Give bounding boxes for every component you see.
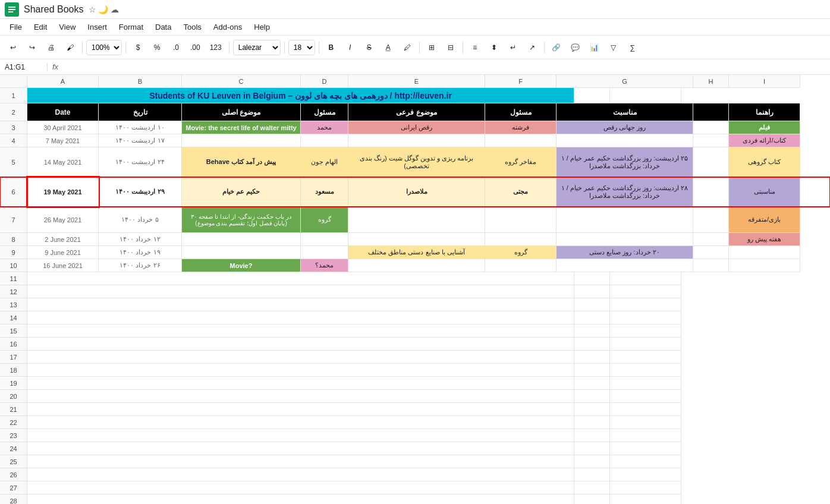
col-header-c[interactable]: C: [182, 75, 301, 88]
cell-7c[interactable]: در باب حکمت زندگی- از ابتدا تا صفحه ۳۰ (…: [182, 207, 301, 233]
cell-8c[interactable]: [182, 233, 301, 246]
cell-7g[interactable]: [557, 207, 693, 233]
rownum-3[interactable]: 3: [0, 121, 27, 134]
link-button[interactable]: 🔗: [548, 39, 565, 56]
rownum-7[interactable]: 7: [0, 207, 27, 233]
rownum-11[interactable]: 11: [0, 272, 27, 285]
cell-5a[interactable]: 14 May 2021: [27, 147, 99, 177]
rownum-25[interactable]: 25: [0, 455, 27, 468]
rownum-26[interactable]: 26: [0, 468, 27, 481]
cell-2b[interactable]: تاریخ: [99, 103, 182, 121]
font-color-button[interactable]: A: [380, 39, 397, 56]
cell-6a[interactable]: 19 May 2021: [27, 177, 99, 207]
cell-8g[interactable]: [557, 233, 693, 246]
menu-file[interactable]: File: [5, 21, 27, 33]
cell-reference[interactable]: A1:G1: [0, 63, 48, 71]
rownum-16[interactable]: 16: [0, 338, 27, 351]
fill-color-button[interactable]: 🖊: [399, 39, 416, 56]
zoom-select[interactable]: 100%: [86, 40, 122, 55]
cell-3c[interactable]: Movie: the secret life of walter mitty: [182, 121, 301, 134]
align-v-button[interactable]: ⬍: [486, 39, 502, 56]
cell-5e[interactable]: برنامه ریزی و تدوین گوگل شیت (رنگ بندی ت…: [348, 147, 485, 177]
cell-7a[interactable]: 26 May 2021: [27, 207, 99, 233]
rownum-24[interactable]: 24: [0, 442, 27, 455]
cell-6d[interactable]: مسعود: [301, 177, 348, 207]
cell-9a[interactable]: 9 June 2021: [27, 246, 99, 259]
rownum-9[interactable]: 9: [0, 246, 27, 259]
decimal-more-button[interactable]: .00: [187, 39, 204, 56]
rownum-15[interactable]: 15: [0, 325, 27, 338]
cell-8d[interactable]: [301, 233, 348, 246]
rownum-28[interactable]: 28: [0, 494, 27, 504]
cell-7f[interactable]: [485, 207, 557, 233]
cell-10f[interactable]: [485, 259, 557, 272]
col-header-b[interactable]: B: [99, 75, 182, 88]
menu-edit[interactable]: Edit: [29, 21, 52, 33]
cell-8f[interactable]: [485, 233, 557, 246]
rownum-10[interactable]: 10: [0, 259, 27, 272]
rownum-27[interactable]: 27: [0, 481, 27, 494]
cell-5d[interactable]: الهام جون: [301, 147, 348, 177]
filter-button[interactable]: ▽: [605, 39, 622, 56]
rownum-14[interactable]: 14: [0, 311, 27, 325]
rownum-23[interactable]: 23: [0, 429, 27, 442]
rownum-19[interactable]: 19: [0, 377, 27, 390]
cell-2a[interactable]: Date: [27, 103, 99, 121]
col-header-e[interactable]: E: [348, 75, 485, 88]
cell-4c[interactable]: [182, 134, 301, 147]
comment-button[interactable]: 💬: [567, 39, 584, 56]
col-header-h[interactable]: H: [693, 75, 729, 88]
borders-button[interactable]: ⊞: [423, 39, 440, 56]
col-header-g[interactable]: G: [557, 75, 693, 88]
cell-3f[interactable]: فرشته: [485, 121, 557, 134]
redo-button[interactable]: ↪: [24, 39, 40, 56]
rownum-13[interactable]: 13: [0, 298, 27, 311]
cell-9d[interactable]: [301, 246, 348, 259]
menu-tools[interactable]: Tools: [178, 21, 206, 33]
rownum-2[interactable]: 2: [0, 103, 27, 121]
cell-6g[interactable]: ۲۸ اردیبشت: روز بزرگداشت حکیم عمر خیام /…: [557, 177, 693, 207]
cell-title[interactable]: Students of KU Leuven in Belgium – دورهم…: [27, 88, 574, 103]
cell-5f[interactable]: مفاخر گروه: [485, 147, 557, 177]
cell-10g[interactable]: [557, 259, 693, 272]
cell-8a[interactable]: 2 June 2021: [27, 233, 99, 246]
menu-help[interactable]: Help: [249, 21, 275, 33]
rownum-5[interactable]: 5: [0, 147, 27, 177]
cell-9g[interactable]: ۲۰ خرداد: روز صنایع دستی: [557, 246, 693, 259]
bold-button[interactable]: B: [323, 39, 339, 56]
currency-button[interactable]: $: [130, 39, 146, 56]
rownum-17[interactable]: 17: [0, 351, 27, 364]
menu-format[interactable]: Format: [114, 21, 148, 33]
cell-12[interactable]: [27, 285, 574, 298]
cell-8b[interactable]: ۱۲ خرداد ۱۴۰۰: [99, 233, 182, 246]
formula-input[interactable]: [63, 63, 830, 71]
cell-2e[interactable]: موضوع فرعی: [348, 103, 485, 121]
cell-10b[interactable]: ۲۶ خرداد ۱۴۰۰: [99, 259, 182, 272]
cell-4a[interactable]: 7 May 2021: [27, 134, 99, 147]
cell-7b[interactable]: ۵ خرداد ۱۴۰۰: [99, 207, 182, 233]
percent-button[interactable]: %: [149, 39, 165, 56]
cell-9c[interactable]: [182, 246, 301, 259]
format-number-button[interactable]: 123: [206, 39, 225, 56]
rownum-8[interactable]: 8: [0, 233, 27, 246]
cell-7e[interactable]: [348, 207, 485, 233]
rotate-button[interactable]: ↗: [524, 39, 540, 56]
print-button[interactable]: 🖨: [43, 39, 59, 56]
rownum-12[interactable]: 12: [0, 285, 27, 298]
rownum-20[interactable]: 20: [0, 390, 27, 403]
rownum-1[interactable]: 1: [0, 88, 27, 103]
cell-13[interactable]: [27, 298, 574, 311]
menu-insert[interactable]: Insert: [83, 21, 112, 33]
paint-format-button[interactable]: 🖌: [62, 39, 78, 56]
rownum-18[interactable]: 18: [0, 364, 27, 377]
rownum-6[interactable]: 6: [0, 177, 27, 207]
menu-addons[interactable]: Add-ons: [209, 21, 247, 33]
cell-8e[interactable]: [348, 233, 485, 246]
cell-9e[interactable]: آشنایی با صنایع دستی مناطق مختلف: [348, 246, 485, 259]
undo-button[interactable]: ↩: [5, 39, 21, 56]
cell-3b[interactable]: ۱۰ اردیبشت ۱۴۰۰: [99, 121, 182, 134]
rownum-22[interactable]: 22: [0, 416, 27, 429]
cell-4b[interactable]: ۱۷ اردیبشت ۱۴۰۰: [99, 134, 182, 147]
cell-2f[interactable]: مسئول: [485, 103, 557, 121]
cell-5c[interactable]: پیش در آمد کتاب Behave: [182, 147, 301, 177]
